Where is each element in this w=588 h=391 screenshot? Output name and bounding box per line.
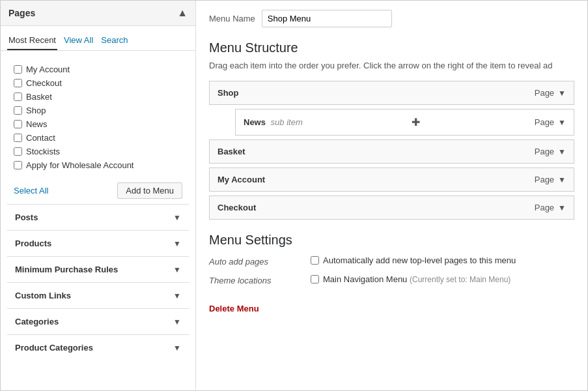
chevron-down-icon: ▼ bbox=[173, 239, 181, 248]
menu-item-checkout-label: Checkout bbox=[217, 203, 256, 212]
page-checkbox-shop[interactable] bbox=[14, 106, 22, 115]
page-item-shop: Shop bbox=[14, 104, 182, 117]
menu-item-shop-right: Page ▼ bbox=[535, 88, 566, 98]
auto-add-checkbox[interactable] bbox=[311, 256, 319, 265]
pages-title: Pages bbox=[8, 8, 35, 18]
page-item-news: News bbox=[14, 117, 182, 131]
page-label-my-account[interactable]: My Account bbox=[26, 65, 70, 74]
pages-scroll-area: My Account Checkout Basket Shop News bbox=[1, 51, 195, 390]
page-checkbox-basket[interactable] bbox=[14, 93, 22, 101]
chevron-down-icon: ▼ bbox=[173, 317, 181, 326]
page-checkbox-stockists[interactable] bbox=[14, 147, 22, 156]
menu-item-news-type: Page bbox=[535, 117, 554, 127]
menu-settings-section: Menu Settings Auto add pages Automatical… bbox=[209, 233, 574, 313]
menu-item-news-expand-button[interactable]: ▼ bbox=[558, 118, 566, 127]
menu-item-checkout-expand-button[interactable]: ▼ bbox=[558, 203, 566, 212]
menu-structure-title: Menu Structure bbox=[209, 40, 574, 55]
menu-item-basket-expand-button[interactable]: ▼ bbox=[558, 147, 566, 156]
menu-item-my-account-right: Page ▼ bbox=[535, 175, 566, 184]
accordion-posts: Posts ▼ bbox=[7, 204, 189, 230]
select-all-link[interactable]: Select All bbox=[14, 186, 48, 195]
pages-tabs: Most Recent View All Search bbox=[1, 26, 195, 51]
page-label-stockists[interactable]: Stockists bbox=[26, 147, 60, 156]
menu-item-shop-expand-button[interactable]: ▼ bbox=[558, 89, 566, 98]
menu-item-my-account-label: My Account bbox=[217, 175, 265, 184]
accordion-posts-title: Posts bbox=[15, 212, 38, 222]
menu-item-my-account-type: Page bbox=[535, 175, 554, 184]
page-label-apply-wholesale[interactable]: Apply for Wholesale Account bbox=[26, 160, 133, 170]
accordion-product-categories-header[interactable]: Product Categories ▼ bbox=[7, 335, 189, 360]
menu-item-basket-type: Page bbox=[535, 147, 554, 156]
menu-name-label: Menu Name bbox=[209, 14, 255, 23]
accordion-custom-links-title: Custom Links bbox=[15, 291, 71, 300]
menu-item-shop: Shop Page ▼ bbox=[209, 81, 574, 105]
chevron-down-icon: ▼ bbox=[173, 213, 181, 222]
accordion-products-header[interactable]: Products ▼ bbox=[7, 231, 189, 256]
menu-item-news-title: News bbox=[244, 117, 266, 127]
accordion-products: Products ▼ bbox=[7, 230, 189, 256]
tab-search[interactable]: Search bbox=[100, 33, 129, 50]
theme-location-name: Main Navigation Menu bbox=[323, 274, 407, 284]
theme-locations-label: Theme locations bbox=[209, 274, 300, 285]
accordion-products-title: Products bbox=[15, 239, 51, 248]
pages-collapse-button[interactable]: ▲ bbox=[177, 7, 188, 19]
page-item-my-account: My Account bbox=[14, 63, 182, 76]
drag-handle-icon[interactable]: ✚ bbox=[412, 116, 420, 128]
menu-name-row: Menu Name bbox=[209, 10, 574, 27]
add-to-menu-button[interactable]: Add to Menu bbox=[117, 182, 182, 199]
page-label-shop[interactable]: Shop bbox=[26, 106, 46, 115]
accordion-minimum-purchase-rules: Minimum Purchase Rules ▼ bbox=[7, 256, 189, 282]
menu-item-news-right: Page ▼ bbox=[535, 117, 566, 127]
menu-item-my-account-expand-button[interactable]: ▼ bbox=[558, 175, 566, 184]
page-checkbox-apply-wholesale[interactable] bbox=[14, 161, 22, 169]
menu-name-input[interactable] bbox=[262, 10, 392, 27]
auto-add-pages-label: Auto add pages bbox=[209, 255, 300, 267]
menu-item-my-account: My Account Page ▼ bbox=[209, 167, 574, 192]
auto-add-pages-text[interactable]: Automatically add new top-level pages to… bbox=[323, 255, 516, 265]
theme-locations-row: Theme locations Main Navigation Menu (Cu… bbox=[209, 274, 574, 285]
page-label-contact[interactable]: Contact bbox=[26, 133, 55, 143]
menu-item-checkout-right: Page ▼ bbox=[535, 203, 566, 212]
chevron-down-icon: ▼ bbox=[173, 343, 181, 353]
accordion-product-categories-title: Product Categories bbox=[15, 343, 93, 353]
accordion-categories: Categories ▼ bbox=[7, 308, 189, 334]
page-checkbox-checkout[interactable] bbox=[14, 79, 22, 87]
auto-add-pages-content: Automatically add new top-level pages to… bbox=[311, 255, 574, 265]
accordion-categories-header[interactable]: Categories ▼ bbox=[7, 309, 189, 334]
chevron-down-icon: ▼ bbox=[173, 265, 181, 274]
accordion-custom-links: Custom Links ▼ bbox=[7, 282, 189, 308]
accordion-minimum-purchase-rules-title: Minimum Purchase Rules bbox=[15, 265, 118, 274]
page-checkbox-news[interactable] bbox=[14, 120, 22, 128]
theme-locations-content: Main Navigation Menu (Currently set to: … bbox=[311, 274, 574, 284]
delete-menu-link[interactable]: Delete Menu bbox=[209, 304, 259, 313]
menu-settings-title: Menu Settings bbox=[209, 233, 574, 248]
page-label-basket[interactable]: Basket bbox=[26, 92, 52, 102]
menu-item-news: News sub item ✚ Page ▼ bbox=[235, 109, 574, 136]
pages-section-header: Pages ▲ bbox=[1, 1, 195, 26]
page-checkbox-my-account[interactable] bbox=[14, 65, 22, 74]
menu-item-shop-label: Shop bbox=[217, 88, 239, 98]
page-item-apply-wholesale: Apply for Wholesale Account bbox=[14, 158, 182, 172]
menu-item-shop-type: Page bbox=[535, 88, 554, 98]
menu-item-news-label: News sub item bbox=[244, 117, 303, 127]
page-label-checkout[interactable]: Checkout bbox=[26, 78, 62, 88]
theme-location-note: (Currently set to: Main Menu) bbox=[410, 275, 511, 284]
tab-view-all[interactable]: View All bbox=[63, 33, 94, 50]
page-label-news[interactable]: News bbox=[26, 119, 48, 129]
theme-locations-checkbox[interactable] bbox=[311, 275, 319, 283]
accordion-minimum-purchase-rules-header[interactable]: Minimum Purchase Rules ▼ bbox=[7, 257, 189, 282]
accordion-custom-links-header[interactable]: Custom Links ▼ bbox=[7, 283, 189, 308]
pages-checklist: My Account Checkout Basket Shop News bbox=[7, 57, 189, 177]
menu-item-news-sub-tag: sub item bbox=[271, 117, 303, 127]
sub-item-wrapper-news: News sub item ✚ Page ▼ bbox=[235, 109, 574, 136]
auto-add-pages-row: Auto add pages Automatically add new top… bbox=[209, 255, 574, 267]
tab-most-recent[interactable]: Most Recent bbox=[7, 33, 57, 50]
accordion-categories-title: Categories bbox=[15, 317, 59, 326]
theme-locations-text[interactable]: Main Navigation Menu (Currently set to: … bbox=[323, 274, 511, 284]
page-checkbox-contact[interactable] bbox=[14, 134, 22, 142]
drag-hint-text: Drag each item into the order you prefer… bbox=[209, 61, 574, 70]
menu-item-basket-label: Basket bbox=[217, 147, 245, 156]
right-panel: Menu Name Menu Structure Drag each item … bbox=[196, 1, 587, 390]
chevron-down-icon: ▼ bbox=[173, 291, 181, 300]
accordion-posts-header[interactable]: Posts ▼ bbox=[7, 205, 189, 230]
